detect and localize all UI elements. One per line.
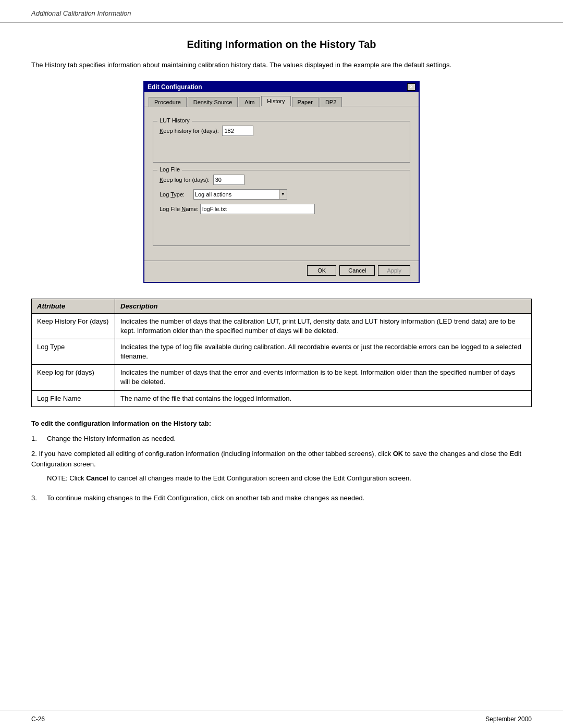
step-number: 1.: [31, 434, 47, 444]
note-text: NOTE: Click Cancel to cancel all changes…: [47, 474, 411, 482]
intro-text: The History tab specifies information ab…: [31, 60, 532, 70]
page-header: Additional Calibration Information: [0, 0, 563, 23]
procedure-list: 1. Change the History information as nee…: [31, 434, 532, 503]
table-cell-description: Indicates the number of days that the er…: [115, 365, 532, 390]
tab-dp2-label: DP2: [325, 99, 336, 105]
dialog-footer: OK Cancel Apply: [144, 261, 419, 282]
dialog-window: Edit Configuration × Procedure Density S…: [143, 81, 420, 283]
log-type-label: Log Type:: [160, 191, 185, 198]
keep-history-input[interactable]: [222, 126, 253, 136]
tab-procedure[interactable]: Procedure: [149, 97, 187, 107]
tab-aim[interactable]: Aim: [239, 97, 260, 107]
tab-density-source[interactable]: Density Source: [188, 97, 238, 107]
table-header-row: Attribute Description: [32, 299, 532, 313]
table-row: Log File NameThe name of the file that c…: [32, 390, 532, 406]
tab-history-label: History: [267, 98, 285, 104]
page-container: Additional Calibration Information Editi…: [0, 0, 563, 728]
step-3-text: To continue making changes to the Edit C…: [47, 493, 364, 503]
log-type-row: Log Type: Log all actions Log errors onl…: [160, 189, 403, 200]
lut-history-group-title: LUT History: [157, 117, 192, 124]
step-1-text: Change the History information as needed…: [47, 434, 176, 444]
tab-paper-label: Paper: [298, 99, 313, 105]
table-cell-attribute: Keep History For (days): [32, 313, 115, 339]
dialog-tabs: Procedure Density Source Aim History Pap…: [144, 92, 419, 106]
step-2-text: If you have completed all editing of con…: [31, 450, 521, 468]
list-item: 3. To continue making changes to the Edi…: [31, 493, 532, 503]
dialog-titlebar: Edit Configuration ×: [144, 82, 419, 92]
footer-left: C-26: [31, 715, 45, 723]
log-file-group-title: Log File: [157, 166, 182, 172]
close-icon: ×: [410, 84, 413, 90]
keep-log-input[interactable]: [213, 175, 244, 185]
table-cell-description: The name of the file that contains the l…: [115, 390, 532, 406]
tab-dp2[interactable]: DP2: [320, 97, 342, 107]
keep-history-row: Keep history for (days):: [160, 126, 403, 136]
procedure-title: To edit the configuration information on…: [31, 419, 532, 427]
section-title: Editing Information on the History Tab: [31, 39, 532, 51]
cancel-button[interactable]: Cancel: [339, 265, 375, 276]
table-row: Keep log for (days)Indicates the number …: [32, 365, 532, 390]
dialog-body: LUT History Keep history for (days): Log…: [144, 106, 419, 261]
tab-paper[interactable]: Paper: [292, 97, 319, 107]
keep-history-label: Keep history for (days):: [160, 128, 219, 134]
header-title: Additional Calibration Information: [31, 9, 131, 17]
col-attribute: Attribute: [32, 299, 115, 313]
apply-button[interactable]: Apply: [378, 265, 410, 276]
log-file-name-row: Log File Name:: [160, 204, 403, 214]
lut-history-group: LUT History Keep history for (days):: [153, 121, 410, 163]
step-number: 2.: [31, 450, 37, 458]
step-number: 3.: [31, 493, 47, 503]
log-type-select-wrapper: Log all actions Log errors only ▼: [193, 189, 287, 200]
footer-right: September 2000: [485, 715, 532, 723]
table-cell-attribute: Log File Name: [32, 390, 115, 406]
log-file-name-label: Log File Name:: [160, 206, 199, 212]
table-cell-description: Indicates the number of days that the ca…: [115, 313, 532, 339]
table-row: Log TypeIndicates the type of log file a…: [32, 339, 532, 364]
tab-procedure-label: Procedure: [154, 99, 181, 105]
page-content: Editing Information on the History Tab T…: [0, 23, 563, 710]
page-footer: C-26 September 2000: [0, 710, 563, 728]
log-type-select[interactable]: Log all actions Log errors only: [193, 189, 287, 200]
keep-log-label: Keep log for (days):: [160, 177, 210, 183]
tab-history[interactable]: History: [261, 96, 290, 106]
list-item: 2. If you have completed all editing of …: [31, 449, 532, 488]
table-row: Keep History For (days)Indicates the num…: [32, 313, 532, 339]
table-cell-attribute: Log Type: [32, 339, 115, 364]
tab-density-source-label: Density Source: [193, 99, 232, 105]
dialog-title: Edit Configuration: [148, 83, 202, 91]
attribute-table: Attribute Description Keep History For (…: [31, 299, 532, 407]
list-item: 1. Change the History information as nee…: [31, 434, 532, 444]
note-block: NOTE: Click Cancel to cancel all changes…: [47, 473, 532, 484]
keep-log-row: Keep log for (days):: [160, 175, 403, 185]
log-file-group: Log File Keep log for (days): Log Type:: [153, 170, 410, 246]
table-cell-description: Indicates the type of log file available…: [115, 339, 532, 364]
tab-aim-label: Aim: [244, 99, 254, 105]
col-description: Description: [115, 299, 532, 313]
dialog-close-button[interactable]: ×: [407, 83, 415, 91]
table-cell-attribute: Keep log for (days): [32, 365, 115, 390]
procedure-section: To edit the configuration information on…: [31, 419, 532, 503]
ok-button[interactable]: OK: [307, 265, 336, 276]
log-file-name-input[interactable]: [200, 204, 315, 214]
